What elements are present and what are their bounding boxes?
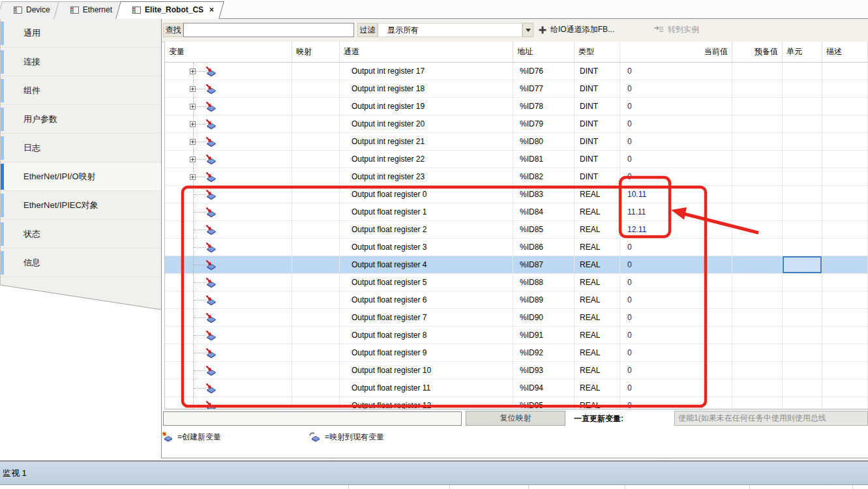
expand-icon[interactable] — [190, 174, 196, 180]
table-row[interactable]: Output int register 19 %ID78 DINT 0 — [165, 98, 868, 115]
unit-cell[interactable] — [783, 309, 822, 327]
mapping-cell — [292, 362, 340, 379]
unit-cell[interactable] — [783, 98, 822, 115]
unit-cell[interactable] — [783, 80, 822, 98]
sidebar-item[interactable]: EtherNet/IPI/O映射 — [0, 163, 161, 191]
unit-cell[interactable] — [783, 186, 822, 203]
unit-cell[interactable] — [783, 256, 822, 274]
table-row[interactable]: Output float register 3 %ID86 REAL 0 — [165, 239, 868, 256]
table-row[interactable]: Output int register 20 %ID79 DINT 0 — [165, 115, 868, 133]
type-cell: REAL — [575, 344, 620, 362]
unit-cell[interactable] — [783, 63, 822, 80]
table-row[interactable]: Output float register 10 %ID93 REAL 0 — [165, 362, 868, 379]
table-row[interactable]: Output float register 6 %ID89 REAL 0 — [165, 291, 868, 309]
variable-cell — [165, 151, 292, 168]
tree-line — [194, 230, 205, 230]
sidebar-item[interactable]: 信息 — [0, 249, 161, 277]
table-row[interactable]: Output float register 1 %ID84 REAL 11.11 — [165, 203, 868, 221]
expand-icon[interactable] — [190, 121, 196, 127]
channel-cell: Output float register 7 — [340, 309, 513, 327]
table-row[interactable]: Output int register 17 %ID76 DINT 0 — [165, 63, 868, 80]
sidebar-item[interactable]: 用户参数 — [0, 106, 161, 134]
unit-cell[interactable] — [783, 133, 822, 151]
table-row[interactable]: Output int register 23 %ID82 DINT 0 — [165, 168, 868, 186]
document-tab[interactable]: Ethernet — [61, 1, 120, 18]
find-input[interactable] — [183, 23, 354, 37]
watch-panel-header[interactable]: 监视 1 — [0, 462, 868, 485]
unit-cell[interactable] — [783, 379, 822, 397]
unit-cell[interactable] — [783, 274, 822, 291]
tree-line — [194, 370, 205, 371]
channel-cell: Output float register 2 — [340, 221, 513, 239]
expand-icon[interactable] — [190, 104, 196, 110]
document-tabstrip: Device Ethernet Elite_Robot_CS × — [0, 0, 868, 19]
table-row[interactable]: Output float register 7 %ID90 REAL 0 — [165, 309, 868, 327]
column-header[interactable]: 单元 — [783, 42, 822, 62]
document-tab[interactable]: Device — [4, 1, 58, 18]
watch-column-divider — [449, 485, 450, 489]
column-header[interactable]: 描述 — [822, 42, 868, 62]
add-fb-button[interactable]: 给IO通道添加FB... — [539, 21, 614, 38]
unit-cell[interactable] — [783, 327, 822, 344]
sidebar-item[interactable]: 通用 — [0, 20, 161, 48]
filter-dropdown-button[interactable] — [522, 23, 533, 37]
unit-cell[interactable] — [783, 344, 822, 362]
column-header[interactable]: 变量 — [165, 42, 292, 62]
sidebar-item[interactable]: 连接 — [0, 48, 161, 76]
goto-instance-button[interactable]: 转到实例 — [653, 21, 699, 38]
tree-line — [194, 265, 205, 265]
expand-icon[interactable] — [190, 156, 196, 162]
close-icon[interactable]: × — [209, 5, 214, 14]
table-row[interactable]: Output float register 12 %ID95 REAL 0 — [165, 397, 868, 409]
table-row[interactable]: Output int register 22 %ID81 DINT 0 — [165, 151, 868, 168]
address-cell: %ID94 — [513, 379, 575, 397]
table-row[interactable]: Output int register 18 %ID77 DINT 0 — [165, 80, 868, 98]
sidebar-item[interactable]: 状态 — [0, 220, 161, 248]
unit-cell[interactable] — [783, 168, 822, 186]
tree-line — [194, 282, 205, 283]
device-icon — [132, 6, 142, 14]
reset-mapping-button[interactable]: 复位映射 — [466, 411, 565, 426]
unit-cell[interactable] — [783, 151, 822, 168]
column-header[interactable]: 地址 — [513, 42, 575, 62]
current-value-cell: 0 — [620, 80, 732, 98]
table-row[interactable]: Output float register 11 %ID94 REAL 0 — [165, 379, 868, 397]
prepared-value-cell — [732, 186, 783, 203]
update-mode-combobox[interactable]: 使能1(如果未在任何任务中使用则使用总线 — [674, 411, 868, 426]
table-row[interactable]: Output float register 4 %ID87 REAL 0 — [165, 256, 868, 274]
column-header[interactable]: 当前值 — [620, 42, 732, 62]
new-variable-icon — [205, 259, 217, 271]
unit-cell[interactable] — [783, 239, 822, 256]
unit-cell[interactable] — [783, 291, 822, 309]
unit-cell[interactable] — [783, 362, 822, 379]
description-cell — [822, 309, 868, 327]
tree-line — [194, 388, 205, 389]
document-tab[interactable]: Elite_Robot_CS × — [123, 1, 222, 18]
sidebar-item[interactable]: 组件 — [0, 77, 161, 105]
table-row[interactable]: Output float register 8 %ID91 REAL 0 — [165, 327, 868, 344]
variable-cell — [165, 362, 292, 379]
unit-cell[interactable] — [783, 397, 822, 409]
unit-cell[interactable] — [783, 115, 822, 133]
table-row[interactable]: Output float register 2 %ID85 REAL 12.11 — [165, 221, 868, 239]
table-row[interactable]: Output int register 21 %ID80 DINT 0 — [165, 133, 868, 151]
table-row[interactable]: Output float register 5 %ID88 REAL 0 — [165, 274, 868, 291]
table-row[interactable]: Output float register 0 %ID83 REAL 10.11 — [165, 186, 868, 203]
unit-cell[interactable] — [783, 203, 822, 221]
column-header[interactable]: 预备值 — [732, 42, 783, 62]
expand-icon[interactable] — [190, 68, 196, 74]
column-header[interactable]: 类型 — [575, 42, 620, 62]
sidebar-item[interactable]: EtherNet/IPIEC对象 — [0, 192, 161, 220]
table-row[interactable]: Output float register 9 %ID92 REAL 0 — [165, 344, 868, 362]
sidebar-item[interactable]: 日志 — [0, 134, 161, 162]
mapping-cell — [292, 151, 340, 168]
expand-icon[interactable] — [190, 86, 196, 92]
current-value-cell: 0 — [620, 256, 732, 274]
expand-icon[interactable] — [190, 139, 196, 145]
tree-line — [194, 335, 205, 336]
unit-cell[interactable] — [783, 221, 822, 239]
column-header[interactable]: 映射 — [292, 42, 340, 62]
tree-line — [194, 194, 205, 195]
filter-combobox[interactable]: 显示所有 — [378, 23, 522, 37]
column-header[interactable]: 通道 — [340, 42, 513, 62]
